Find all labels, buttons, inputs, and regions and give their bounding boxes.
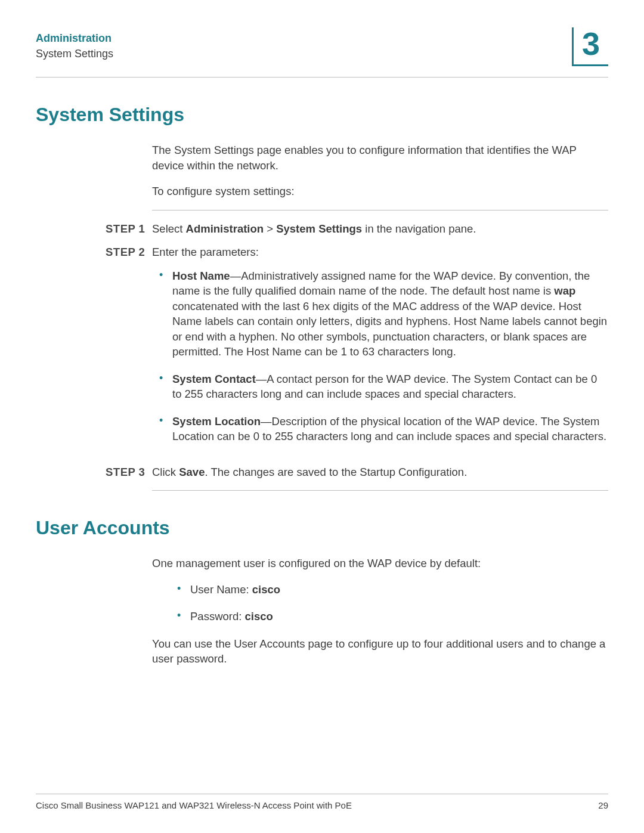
- step-3-text: Click Save. The changes are saved to the…: [152, 465, 608, 480]
- user-accounts-p2: You can use the User Accounts page to co…: [152, 636, 608, 667]
- intro-paragraph-2: To configure system settings:: [152, 184, 608, 199]
- step-3-label: STEP 3: [106, 465, 152, 480]
- header-divider: [36, 77, 608, 78]
- header-left: Administration System Settings: [36, 31, 113, 61]
- header-section-title: System Settings: [36, 47, 113, 61]
- chapter-number: 3: [582, 27, 600, 60]
- bullet-username: User Name: cisco: [170, 582, 608, 597]
- step-2-text: Enter the parameters: Host Name—Administ…: [152, 244, 608, 456]
- chapter-number-box: 3: [572, 27, 608, 66]
- header-chapter-title: Administration: [36, 31, 113, 45]
- footer-divider: [36, 794, 608, 794]
- default-credentials-list: User Name: cisco Password: cisco: [170, 582, 608, 624]
- system-settings-intro: The System Settings page enables you to …: [152, 143, 608, 199]
- bullet-host-name: Host Name—Administratively assigned name…: [152, 268, 608, 360]
- steps-top-divider: [152, 210, 608, 210]
- section-heading-user-accounts: User Accounts: [36, 517, 608, 539]
- user-accounts-p1: One management user is configured on the…: [152, 556, 608, 571]
- bullet-system-contact: System Contact—A contact person for the …: [152, 371, 608, 402]
- step-2: STEP 2 Enter the parameters: Host Name—A…: [106, 244, 608, 456]
- step-1: STEP 1 Select Administration > System Se…: [106, 221, 608, 237]
- steps-bottom-divider: [152, 490, 608, 491]
- running-header: Administration System Settings 3: [36, 31, 608, 66]
- bullet-password: Password: cisco: [170, 609, 608, 624]
- footer-row: Cisco Small Business WAP121 and WAP321 W…: [36, 800, 608, 810]
- bullet-system-location: System Location—Description of the physi…: [152, 414, 608, 444]
- intro-paragraph-1: The System Settings page enables you to …: [152, 143, 608, 173]
- step-2-label: STEP 2: [106, 244, 152, 456]
- section-heading-system-settings: System Settings: [36, 104, 608, 126]
- footer-page-number: 29: [598, 800, 608, 810]
- footer-doc-title: Cisco Small Business WAP121 and WAP321 W…: [36, 800, 352, 810]
- step-3: STEP 3 Click Save. The changes are saved…: [106, 465, 608, 480]
- step-1-label: STEP 1: [106, 221, 152, 237]
- page-footer: Cisco Small Business WAP121 and WAP321 W…: [36, 794, 608, 810]
- document-page: Administration System Settings 3 System …: [0, 0, 644, 833]
- user-accounts-body: One management user is configured on the…: [152, 556, 608, 667]
- step-1-text: Select Administration > System Settings …: [152, 221, 608, 237]
- step-2-bullets: Host Name—Administratively assigned name…: [152, 268, 608, 444]
